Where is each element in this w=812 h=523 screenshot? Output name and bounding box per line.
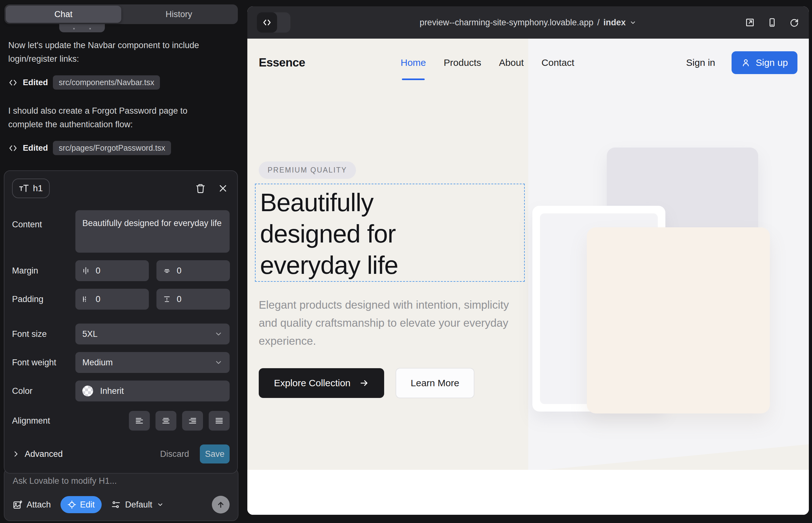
discard-button[interactable]: Discard	[160, 449, 189, 459]
font-weight-select[interactable]: Medium	[75, 352, 230, 373]
padding-y-value: 0	[177, 294, 181, 304]
save-button[interactable]: Save	[200, 445, 230, 464]
nav-link-home[interactable]: Home	[401, 57, 426, 68]
selected-h1-element[interactable]: Beautifully designed for everyday life	[255, 184, 525, 282]
code-icon	[8, 143, 18, 153]
premium-quality-badge: PREMIUM QUALITY	[259, 161, 356, 179]
file-chip[interactable]: src/pages/ForgotPassword.tsx	[53, 141, 171, 155]
nav-link-about[interactable]: About	[499, 57, 524, 68]
edit-mode-button[interactable]: Edit	[60, 496, 102, 513]
panel-tabs: Chat History	[4, 4, 238, 24]
preview-column: preview--charming-site-symphony.lovable.…	[242, 0, 812, 523]
code-icon	[257, 12, 277, 33]
composer-input[interactable]	[13, 476, 230, 490]
code-preview-toggle[interactable]	[257, 12, 290, 33]
margin-horizontal-icon	[82, 267, 90, 275]
chat-messages: Now let's update the Navbar component to…	[4, 39, 238, 155]
default-label: Default	[125, 500, 152, 510]
close-editor-icon[interactable]	[218, 184, 228, 193]
learn-more-label: Learn More	[411, 378, 459, 389]
tab-chat[interactable]: Chat	[6, 6, 121, 23]
nav-link-products[interactable]: Products	[444, 57, 481, 68]
color-label: Color	[12, 386, 75, 396]
align-justify-button[interactable]	[209, 411, 230, 431]
chat-composer: Attach Edit Default	[4, 468, 239, 521]
content-label: Content	[12, 220, 75, 230]
margin-vertical-icon	[163, 267, 171, 275]
chevron-down-icon	[157, 501, 164, 508]
hero-heading: Beautifully designed for everyday life	[255, 184, 458, 281]
preview-path: index	[603, 18, 626, 28]
chevron-down-icon	[214, 330, 223, 338]
padding-label: Padding	[12, 294, 75, 304]
margin-x-value: 0	[96, 266, 100, 276]
attach-label: Attach	[27, 500, 51, 510]
alignment-label: Alignment	[12, 416, 75, 426]
tab-history[interactable]: History	[121, 6, 237, 23]
open-external-icon[interactable]	[745, 17, 755, 28]
chat-message: I should also create a Forgot Password p…	[8, 104, 224, 131]
sign-in-link[interactable]: Sign in	[686, 57, 716, 68]
padding-x-value: 0	[96, 294, 100, 304]
padding-x-input[interactable]: 0	[75, 289, 149, 310]
padding-y-input[interactable]: 0	[156, 289, 230, 310]
nav-link-contact[interactable]: Contact	[542, 57, 574, 68]
padding-horizontal-icon	[82, 295, 90, 303]
edited-label: Edited	[23, 143, 48, 153]
edit-label: Edit	[80, 500, 95, 510]
decor-card-beige	[587, 227, 770, 413]
default-mode-dropdown[interactable]: Default	[111, 500, 164, 510]
url-bar[interactable]: preview--charming-site-symphony.lovable.…	[420, 18, 637, 28]
edited-file-row: Edited src/pages/ForgotPassword.tsx	[8, 141, 234, 155]
margin-y-input[interactable]: 0	[156, 260, 230, 281]
sign-up-button[interactable]: Sign up	[731, 51, 797, 74]
learn-more-button[interactable]: Learn More	[395, 368, 474, 398]
sign-up-label: Sign up	[756, 57, 788, 68]
attach-image-icon	[13, 500, 22, 509]
hero-description: Elegant products designed with intention…	[259, 296, 512, 350]
edited-file-row: Edited src/components/Navbar.tsx	[8, 75, 234, 90]
preview-url: preview--charming-site-symphony.lovable.…	[420, 18, 594, 28]
font-size-value: 5XL	[82, 329, 98, 339]
site-navbar: Essence Home Products About Contact Sign…	[247, 39, 809, 87]
chevron-down-icon	[630, 19, 637, 26]
advanced-toggle[interactable]: Advanced	[12, 449, 63, 459]
type-icon	[19, 184, 29, 193]
explore-collection-button[interactable]: Explore Collection	[259, 368, 384, 398]
file-chip[interactable]: src/components/Navbar.tsx	[53, 75, 160, 90]
url-separator: /	[597, 18, 600, 28]
font-size-label: Font size	[12, 329, 75, 339]
code-icon	[8, 78, 18, 87]
align-right-button[interactable]	[182, 411, 203, 431]
attach-button[interactable]: Attach	[13, 500, 51, 510]
site-logo[interactable]: Essence	[259, 56, 305, 69]
color-value: Inherit	[100, 386, 124, 396]
font-weight-label: Font weight	[12, 358, 75, 367]
padding-vertical-icon	[163, 295, 171, 303]
site-preview: Essence Home Products About Contact Sign…	[247, 39, 809, 515]
refresh-icon[interactable]	[789, 17, 799, 28]
font-weight-value: Medium	[82, 358, 113, 367]
selected-element-badge[interactable]: h1	[12, 179, 50, 198]
target-icon	[68, 500, 76, 509]
mobile-view-icon[interactable]	[767, 17, 777, 28]
user-icon	[741, 58, 751, 68]
align-left-button[interactable]	[129, 411, 150, 431]
element-editor-panel: h1 Content Beautifully designed for ever…	[4, 170, 238, 474]
chat-message: Now let's update the Navbar component to…	[8, 39, 224, 66]
content-input[interactable]: Beautifully designed for everyday life	[75, 210, 230, 253]
browser-toolbar: preview--charming-site-symphony.lovable.…	[247, 6, 809, 39]
color-swatch	[82, 385, 93, 396]
align-center-button[interactable]	[156, 411, 176, 431]
element-tag: h1	[33, 183, 43, 194]
font-size-select[interactable]: 5XL	[75, 324, 230, 344]
sliders-icon	[111, 500, 121, 509]
delete-element-icon[interactable]	[195, 183, 206, 194]
send-button[interactable]	[212, 496, 230, 513]
edited-label: Edited	[23, 77, 48, 87]
chevron-right-icon	[12, 450, 20, 458]
margin-x-input[interactable]: 0	[75, 260, 149, 281]
color-select[interactable]: Inherit	[75, 381, 230, 401]
advanced-label: Advanced	[25, 449, 63, 459]
margin-y-value: 0	[177, 266, 181, 276]
